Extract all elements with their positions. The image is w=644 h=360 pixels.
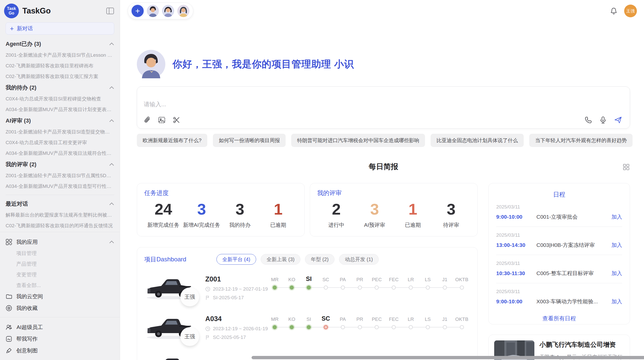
- milestone-label: J1: [442, 313, 447, 322]
- stat-value: 3: [356, 201, 394, 218]
- sidebar-conversation-item[interactable]: 解释最新出台的欧盟报废车法规再生塑料比例被调至15%...: [6, 210, 114, 220]
- user-avatar[interactable]: 王强: [624, 5, 637, 17]
- sidebar-conversation-item[interactable]: A034-全新新能源MUV产品开发项目法规符合性评审: [6, 148, 114, 159]
- sidebar-conversation-item[interactable]: Z001-全新燃油轻卡产品开发项目SI造型提交物评审: [6, 127, 114, 137]
- milestone-label: FEC: [389, 274, 399, 282]
- left-column: 任务进度24新增完成任务3新增AI完成任务3我的待办1已逾期我的评审2进行中3A…: [137, 183, 478, 360]
- milestone-node[interactable]: [358, 325, 362, 329]
- sidebar-section-header-0[interactable]: Agent已办 (3): [6, 38, 114, 50]
- sidebar-section-header-1[interactable]: 我的待办 (2): [6, 82, 114, 94]
- sidebar-tool-pen[interactable]: 创意制图: [6, 345, 114, 356]
- join-link[interactable]: 加入: [611, 213, 622, 220]
- panel-toggle-icon[interactable]: [106, 7, 114, 14]
- suggestion-chip[interactable]: 特朗普可能对进口汽车增税会对中国车企造成哪些影响: [291, 134, 425, 147]
- milestone-pa: PA: [334, 313, 351, 329]
- sidebar-section-header-4[interactable]: 最近对话: [6, 198, 114, 210]
- phone-icon[interactable]: [584, 116, 592, 124]
- sidebar-app-subitem[interactable]: 项目管理: [6, 248, 114, 259]
- paperclip-icon[interactable]: [144, 116, 151, 124]
- sidebar-tool-users[interactable]: AI超级员工: [6, 321, 114, 333]
- milestone-node[interactable]: [324, 325, 328, 329]
- milestone-node[interactable]: [392, 325, 396, 329]
- project-code[interactable]: Z001: [205, 275, 266, 283]
- milestone-node[interactable]: [324, 286, 328, 290]
- news-title: 小鹏飞行汽车制造公司增资: [539, 340, 624, 349]
- chat-avatar-1[interactable]: [147, 5, 159, 17]
- sidebar-conversation-item[interactable]: Z001-全新燃油轻卡产品开发项目SI节点属性5D文件评审: [6, 170, 114, 181]
- sidebar-app-subitem[interactable]: 变更管理: [6, 269, 114, 280]
- sidebar-item-my-apps[interactable]: 我的应用: [6, 236, 114, 248]
- milestone-ls: LS: [419, 313, 436, 329]
- schedule-date: 2025/03/11: [496, 232, 622, 238]
- milestone-label: LR: [408, 274, 414, 282]
- sidebar-divider: [0, 232, 120, 232]
- schedule-item: 2025/03/11 9:00-10:00 X003-车辆动力学性能验... 加…: [496, 283, 622, 311]
- milestone-node[interactable]: [409, 286, 413, 290]
- milestone-node[interactable]: [307, 325, 311, 329]
- sidebar-conversation-item[interactable]: C02-飞腾新能源轻客改款项目的闭环通告反馈情况: [6, 220, 114, 229]
- suggestion-chip[interactable]: 当下年轻人对汽车外观有怎样的喜好趋势: [529, 134, 633, 147]
- milestone-node[interactable]: [307, 286, 311, 290]
- new-chat-button[interactable]: + 新对话: [6, 22, 114, 35]
- sidebar-conversation-item[interactable]: C02-飞腾新能源轻客改款项目里程碑画布: [6, 61, 114, 71]
- sidebar-section-header-3[interactable]: 我的评审 (2): [6, 159, 114, 170]
- join-link[interactable]: 加入: [611, 270, 622, 277]
- scissors-icon[interactable]: [173, 116, 180, 124]
- sidebar-app-subitem[interactable]: 产品管理: [6, 259, 114, 269]
- dashboard-tab[interactable]: 年型 (2): [305, 254, 334, 265]
- layout-grid-icon[interactable]: [623, 164, 630, 171]
- project-code[interactable]: A034: [205, 315, 266, 323]
- chat-avatar-2[interactable]: [162, 5, 174, 17]
- horizontal-scrollbar[interactable]: [252, 356, 644, 359]
- suggestion-chip[interactable]: 比亚迪全固态电池计划具体说了什么: [431, 134, 524, 147]
- milestone-label: SC: [321, 313, 330, 322]
- sidebar-conversation-item[interactable]: C0X4-动力总成开发项目SI里程碑提交物检查: [6, 94, 114, 104]
- join-link[interactable]: 加入: [611, 298, 622, 305]
- milestone-node[interactable]: [443, 325, 447, 329]
- sidebar-conversation-item[interactable]: C0X4-动力总成开发项目工程变更评审: [6, 137, 114, 148]
- view-all-schedule-link[interactable]: 查看所有日程: [496, 315, 622, 322]
- chat-avatar-3[interactable]: [177, 5, 189, 17]
- milestone-node[interactable]: [426, 325, 430, 329]
- milestone-node[interactable]: [290, 286, 294, 290]
- join-link[interactable]: 加入: [611, 242, 622, 249]
- milestone-node[interactable]: [375, 325, 379, 329]
- sidebar-item-favorites[interactable]: 我的收藏: [6, 302, 114, 314]
- project-row: 王强Z001 2023-12-19 ~ 2027-01-19 SI-2025-0…: [144, 271, 470, 304]
- milestone-node[interactable]: [460, 286, 464, 290]
- add-conversation-button[interactable]: +: [131, 5, 144, 17]
- milestone-node[interactable]: [375, 286, 379, 290]
- project-owner-badge: 王强: [180, 288, 199, 306]
- milestone-node[interactable]: [358, 286, 362, 290]
- dashboard-tab[interactable]: 全新平台 (4): [216, 254, 256, 265]
- milestone-node[interactable]: [460, 325, 464, 329]
- milestone-node[interactable]: [443, 286, 447, 290]
- milestone-node[interactable]: [392, 286, 396, 290]
- milestone-node[interactable]: [341, 286, 345, 290]
- message-input[interactable]: [144, 101, 439, 108]
- milestone-node[interactable]: [409, 325, 413, 329]
- suggestion-chip[interactable]: 如何写一份清晰的项目周报: [213, 134, 286, 147]
- milestone-node[interactable]: [273, 325, 277, 329]
- suggestion-chip[interactable]: 欧洲新规最近颁布了什么?: [137, 134, 207, 147]
- sidebar-conversation-item[interactable]: Z001-全新燃油皮卡产品开发项目SI节点Lesson Learn报告: [6, 50, 114, 61]
- milestone-node[interactable]: [290, 325, 294, 329]
- send-icon[interactable]: [614, 116, 622, 124]
- sidebar-section-header-2[interactable]: AI评审 (3): [6, 115, 114, 127]
- dashboard-tab[interactable]: 全新上装 (3): [261, 254, 300, 265]
- sidebar-conversation-item[interactable]: C02-飞腾新能源轻客改款项目立项汇报方案: [6, 71, 114, 82]
- milestone-node[interactable]: [426, 286, 430, 290]
- milestone-node[interactable]: [273, 286, 277, 290]
- milestone-node[interactable]: [341, 325, 345, 329]
- image-icon[interactable]: [158, 116, 166, 124]
- message-input-box: [137, 86, 630, 129]
- dashboard-tab[interactable]: 动总开发 (1): [339, 254, 379, 265]
- sidebar-item-cloud-space[interactable]: 我的云空间: [6, 291, 114, 302]
- sidebar-app-subitem[interactable]: 查看全部...: [6, 280, 114, 291]
- sidebar-tool-write[interactable]: 帮我写作: [6, 333, 114, 345]
- mic-icon[interactable]: [599, 116, 607, 124]
- sidebar-conversation-item[interactable]: A034-全新新能源MUV产品开发项目造型可行性评审: [6, 181, 114, 192]
- bell-icon[interactable]: [610, 7, 618, 15]
- sidebar-conversation-item[interactable]: A034-全新新能源MUV产品开发项目计划变更表编写: [6, 104, 114, 115]
- milestone-j1: J1: [436, 274, 453, 290]
